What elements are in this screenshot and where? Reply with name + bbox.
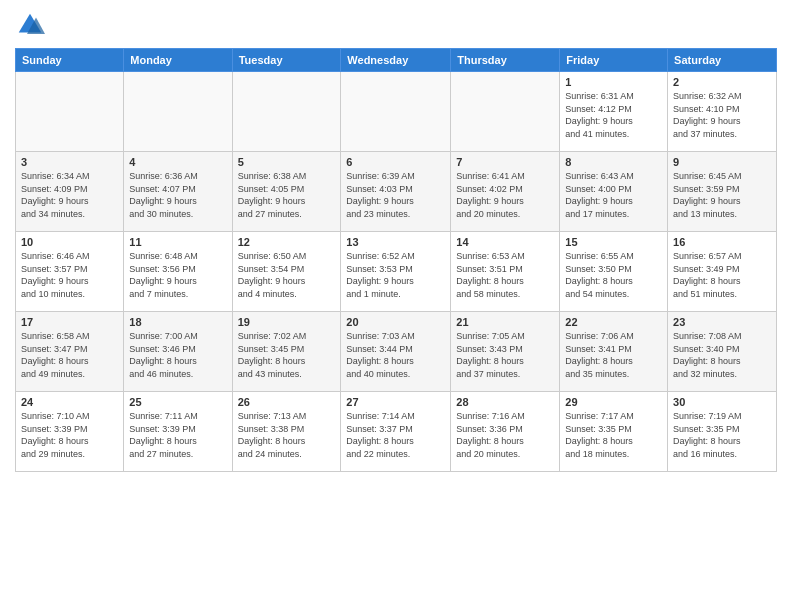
table-row: 30Sunrise: 7:19 AM Sunset: 3:35 PM Dayli… <box>668 392 777 472</box>
calendar-header-row: Sunday Monday Tuesday Wednesday Thursday… <box>16 49 777 72</box>
table-row: 9Sunrise: 6:45 AM Sunset: 3:59 PM Daylig… <box>668 152 777 232</box>
day-number: 30 <box>673 396 771 408</box>
day-info: Sunrise: 7:06 AM Sunset: 3:41 PM Dayligh… <box>565 330 662 380</box>
table-row: 29Sunrise: 7:17 AM Sunset: 3:35 PM Dayli… <box>560 392 668 472</box>
day-info: Sunrise: 6:38 AM Sunset: 4:05 PM Dayligh… <box>238 170 336 220</box>
day-info: Sunrise: 7:14 AM Sunset: 3:37 PM Dayligh… <box>346 410 445 460</box>
table-row: 10Sunrise: 6:46 AM Sunset: 3:57 PM Dayli… <box>16 232 124 312</box>
table-row: 14Sunrise: 6:53 AM Sunset: 3:51 PM Dayli… <box>451 232 560 312</box>
day-number: 12 <box>238 236 336 248</box>
day-number: 2 <box>673 76 771 88</box>
calendar: Sunday Monday Tuesday Wednesday Thursday… <box>15 48 777 472</box>
day-number: 25 <box>129 396 226 408</box>
day-info: Sunrise: 7:13 AM Sunset: 3:38 PM Dayligh… <box>238 410 336 460</box>
col-tuesday: Tuesday <box>232 49 341 72</box>
table-row: 18Sunrise: 7:00 AM Sunset: 3:46 PM Dayli… <box>124 312 232 392</box>
table-row: 25Sunrise: 7:11 AM Sunset: 3:39 PM Dayli… <box>124 392 232 472</box>
day-info: Sunrise: 7:00 AM Sunset: 3:46 PM Dayligh… <box>129 330 226 380</box>
day-info: Sunrise: 7:11 AM Sunset: 3:39 PM Dayligh… <box>129 410 226 460</box>
table-row: 12Sunrise: 6:50 AM Sunset: 3:54 PM Dayli… <box>232 232 341 312</box>
day-info: Sunrise: 6:53 AM Sunset: 3:51 PM Dayligh… <box>456 250 554 300</box>
table-row <box>232 72 341 152</box>
day-number: 18 <box>129 316 226 328</box>
table-row: 26Sunrise: 7:13 AM Sunset: 3:38 PM Dayli… <box>232 392 341 472</box>
day-number: 1 <box>565 76 662 88</box>
table-row: 2Sunrise: 6:32 AM Sunset: 4:10 PM Daylig… <box>668 72 777 152</box>
day-number: 11 <box>129 236 226 248</box>
calendar-week-row: 10Sunrise: 6:46 AM Sunset: 3:57 PM Dayli… <box>16 232 777 312</box>
header <box>15 10 777 40</box>
day-info: Sunrise: 7:19 AM Sunset: 3:35 PM Dayligh… <box>673 410 771 460</box>
calendar-week-row: 24Sunrise: 7:10 AM Sunset: 3:39 PM Dayli… <box>16 392 777 472</box>
col-thursday: Thursday <box>451 49 560 72</box>
table-row: 11Sunrise: 6:48 AM Sunset: 3:56 PM Dayli… <box>124 232 232 312</box>
day-info: Sunrise: 7:03 AM Sunset: 3:44 PM Dayligh… <box>346 330 445 380</box>
table-row: 27Sunrise: 7:14 AM Sunset: 3:37 PM Dayli… <box>341 392 451 472</box>
day-info: Sunrise: 6:46 AM Sunset: 3:57 PM Dayligh… <box>21 250 118 300</box>
table-row: 23Sunrise: 7:08 AM Sunset: 3:40 PM Dayli… <box>668 312 777 392</box>
table-row: 6Sunrise: 6:39 AM Sunset: 4:03 PM Daylig… <box>341 152 451 232</box>
day-number: 16 <box>673 236 771 248</box>
logo <box>15 10 49 40</box>
table-row: 24Sunrise: 7:10 AM Sunset: 3:39 PM Dayli… <box>16 392 124 472</box>
table-row: 3Sunrise: 6:34 AM Sunset: 4:09 PM Daylig… <box>16 152 124 232</box>
table-row: 15Sunrise: 6:55 AM Sunset: 3:50 PM Dayli… <box>560 232 668 312</box>
table-row: 13Sunrise: 6:52 AM Sunset: 3:53 PM Dayli… <box>341 232 451 312</box>
calendar-week-row: 17Sunrise: 6:58 AM Sunset: 3:47 PM Dayli… <box>16 312 777 392</box>
day-info: Sunrise: 6:45 AM Sunset: 3:59 PM Dayligh… <box>673 170 771 220</box>
day-info: Sunrise: 6:57 AM Sunset: 3:49 PM Dayligh… <box>673 250 771 300</box>
day-number: 26 <box>238 396 336 408</box>
table-row: 19Sunrise: 7:02 AM Sunset: 3:45 PM Dayli… <box>232 312 341 392</box>
page: Sunday Monday Tuesday Wednesday Thursday… <box>0 0 792 612</box>
col-wednesday: Wednesday <box>341 49 451 72</box>
table-row <box>341 72 451 152</box>
table-row: 21Sunrise: 7:05 AM Sunset: 3:43 PM Dayli… <box>451 312 560 392</box>
day-info: Sunrise: 6:43 AM Sunset: 4:00 PM Dayligh… <box>565 170 662 220</box>
table-row: 22Sunrise: 7:06 AM Sunset: 3:41 PM Dayli… <box>560 312 668 392</box>
day-number: 19 <box>238 316 336 328</box>
day-info: Sunrise: 7:08 AM Sunset: 3:40 PM Dayligh… <box>673 330 771 380</box>
day-number: 6 <box>346 156 445 168</box>
table-row: 7Sunrise: 6:41 AM Sunset: 4:02 PM Daylig… <box>451 152 560 232</box>
col-friday: Friday <box>560 49 668 72</box>
day-number: 24 <box>21 396 118 408</box>
day-info: Sunrise: 6:48 AM Sunset: 3:56 PM Dayligh… <box>129 250 226 300</box>
day-number: 4 <box>129 156 226 168</box>
table-row: 17Sunrise: 6:58 AM Sunset: 3:47 PM Dayli… <box>16 312 124 392</box>
table-row <box>124 72 232 152</box>
day-info: Sunrise: 6:50 AM Sunset: 3:54 PM Dayligh… <box>238 250 336 300</box>
table-row: 5Sunrise: 6:38 AM Sunset: 4:05 PM Daylig… <box>232 152 341 232</box>
day-info: Sunrise: 7:10 AM Sunset: 3:39 PM Dayligh… <box>21 410 118 460</box>
day-info: Sunrise: 6:55 AM Sunset: 3:50 PM Dayligh… <box>565 250 662 300</box>
day-number: 7 <box>456 156 554 168</box>
day-info: Sunrise: 6:41 AM Sunset: 4:02 PM Dayligh… <box>456 170 554 220</box>
table-row: 28Sunrise: 7:16 AM Sunset: 3:36 PM Dayli… <box>451 392 560 472</box>
logo-icon <box>15 10 45 40</box>
day-info: Sunrise: 6:52 AM Sunset: 3:53 PM Dayligh… <box>346 250 445 300</box>
day-info: Sunrise: 7:16 AM Sunset: 3:36 PM Dayligh… <box>456 410 554 460</box>
table-row: 20Sunrise: 7:03 AM Sunset: 3:44 PM Dayli… <box>341 312 451 392</box>
day-info: Sunrise: 6:39 AM Sunset: 4:03 PM Dayligh… <box>346 170 445 220</box>
table-row: 4Sunrise: 6:36 AM Sunset: 4:07 PM Daylig… <box>124 152 232 232</box>
table-row: 1Sunrise: 6:31 AM Sunset: 4:12 PM Daylig… <box>560 72 668 152</box>
day-number: 3 <box>21 156 118 168</box>
day-info: Sunrise: 6:32 AM Sunset: 4:10 PM Dayligh… <box>673 90 771 140</box>
day-info: Sunrise: 6:36 AM Sunset: 4:07 PM Dayligh… <box>129 170 226 220</box>
day-number: 23 <box>673 316 771 328</box>
day-number: 17 <box>21 316 118 328</box>
day-number: 15 <box>565 236 662 248</box>
table-row: 8Sunrise: 6:43 AM Sunset: 4:00 PM Daylig… <box>560 152 668 232</box>
day-number: 29 <box>565 396 662 408</box>
table-row: 16Sunrise: 6:57 AM Sunset: 3:49 PM Dayli… <box>668 232 777 312</box>
day-info: Sunrise: 6:31 AM Sunset: 4:12 PM Dayligh… <box>565 90 662 140</box>
day-info: Sunrise: 6:34 AM Sunset: 4:09 PM Dayligh… <box>21 170 118 220</box>
day-number: 5 <box>238 156 336 168</box>
day-info: Sunrise: 7:05 AM Sunset: 3:43 PM Dayligh… <box>456 330 554 380</box>
table-row <box>16 72 124 152</box>
day-number: 22 <box>565 316 662 328</box>
day-number: 13 <box>346 236 445 248</box>
day-number: 9 <box>673 156 771 168</box>
day-info: Sunrise: 7:02 AM Sunset: 3:45 PM Dayligh… <box>238 330 336 380</box>
col-saturday: Saturday <box>668 49 777 72</box>
table-row <box>451 72 560 152</box>
